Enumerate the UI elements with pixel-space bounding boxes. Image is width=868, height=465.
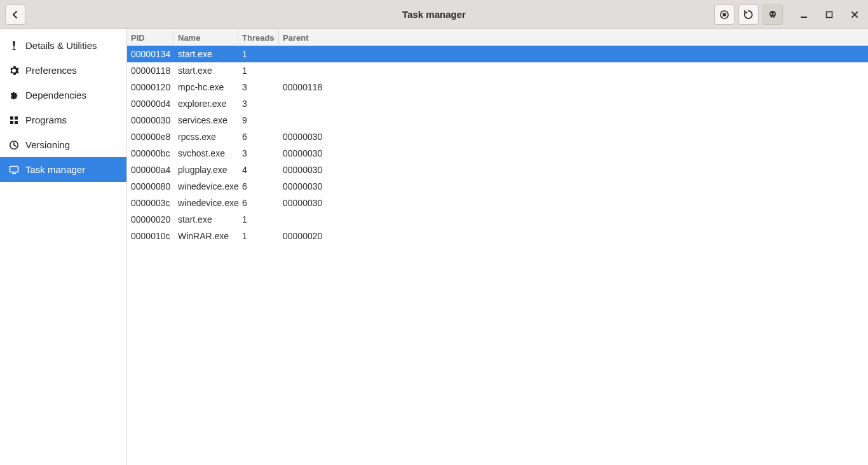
cell-threads: 1 [238, 66, 279, 76]
sidebar-item-label: Details & Utilities [25, 40, 97, 51]
sidebar-item-task-manager[interactable]: Task manager [0, 157, 126, 182]
cell-threads: 3 [238, 148, 279, 158]
titlebar: Task manager [0, 0, 868, 29]
sidebar-item-dependencies[interactable]: Dependencies [0, 83, 126, 108]
cell-pid: 00000080 [127, 181, 174, 191]
table-row[interactable]: 00000030services.exe9 [127, 112, 868, 128]
cell-threads: 9 [238, 115, 279, 125]
minimize-button[interactable] [796, 6, 812, 23]
sidebar-item-label: Preferences [25, 65, 77, 76]
main-content: PID Name Threads Parent 00000134start.ex… [127, 29, 868, 465]
cell-pid: 00000030 [127, 115, 174, 125]
svg-rect-6 [10, 116, 13, 120]
cell-pid: 000000e8 [127, 132, 174, 142]
cell-threads: 1 [238, 231, 279, 241]
kill-process-button[interactable] [763, 4, 783, 25]
svg-rect-7 [15, 116, 18, 120]
stop-button[interactable] [714, 4, 735, 25]
cell-name: rpcss.exe [174, 132, 238, 142]
cell-pid: 000000a4 [127, 165, 174, 175]
cell-name: plugplay.exe [174, 165, 238, 175]
arrow-left-icon [10, 10, 20, 20]
maximize-button[interactable] [821, 6, 837, 23]
refresh-button[interactable] [738, 4, 759, 25]
sidebar-item-preferences[interactable]: Preferences [0, 58, 126, 83]
svg-rect-5 [827, 11, 832, 17]
cell-name: start.exe [174, 214, 238, 225]
cell-pid: 000000bc [127, 148, 174, 158]
sidebar-item-programs[interactable]: Programs [0, 108, 126, 132]
cell-pid: 00000118 [127, 66, 174, 76]
cell-parent: 00000030 [279, 132, 868, 142]
cell-pid: 00000020 [127, 214, 174, 225]
cell-parent: 00000030 [279, 165, 868, 175]
svg-rect-12 [12, 173, 16, 174]
cell-threads: 3 [238, 99, 279, 109]
sidebar-item-label: Dependencies [25, 90, 86, 101]
table-row[interactable]: 00000020start.exe1 [127, 211, 868, 228]
sidebar-item-details[interactable]: Details & Utilities [0, 33, 126, 58]
gear-icon [8, 66, 20, 76]
cell-name: start.exe [174, 49, 238, 59]
col-header-name[interactable]: Name [174, 31, 238, 45]
cell-parent: 00000118 [279, 82, 868, 92]
refresh-icon [743, 10, 754, 20]
table-row[interactable]: 000000d4explorer.exe3 [127, 95, 868, 112]
wine-icon [8, 41, 20, 51]
close-button[interactable] [846, 6, 863, 23]
cell-parent: 00000020 [279, 231, 868, 241]
cell-threads: 6 [238, 181, 279, 191]
monitor-icon [8, 165, 20, 175]
cell-pid: 00000120 [127, 82, 174, 92]
cell-parent: 00000030 [279, 148, 868, 158]
cell-name: svchost.exe [174, 148, 238, 158]
table-row[interactable]: 00000120mpc-hc.exe300000118 [127, 79, 868, 95]
cell-threads: 1 [238, 214, 279, 225]
table-row[interactable]: 000000bcsvchost.exe300000030 [127, 145, 868, 162]
sidebar-item-label: Programs [25, 115, 67, 125]
svg-point-2 [771, 13, 772, 14]
svg-rect-8 [10, 121, 13, 124]
svg-rect-4 [801, 17, 807, 18]
close-icon [851, 11, 858, 18]
stop-icon [719, 10, 729, 20]
table-header: PID Name Threads Parent [127, 31, 868, 46]
cell-pid: 000000d4 [127, 99, 174, 109]
cell-pid: 0000003c [127, 198, 174, 208]
maximize-icon [825, 11, 833, 18]
col-header-parent[interactable]: Parent [279, 31, 868, 45]
table-row[interactable]: 00000134start.exe1 [127, 46, 868, 62]
sidebar: Details & Utilities Preferences Dependen… [0, 29, 127, 465]
cell-name: winedevice.exe [174, 198, 238, 208]
table-row[interactable]: 000000e8rpcss.exe600000030 [127, 128, 868, 145]
cell-threads: 6 [238, 198, 279, 208]
cell-name: start.exe [174, 66, 238, 76]
svg-rect-1 [723, 13, 726, 16]
table-row[interactable]: 000000a4plugplay.exe400000030 [127, 162, 868, 178]
cell-threads: 3 [238, 82, 279, 92]
sidebar-item-label: Versioning [25, 139, 70, 150]
col-header-threads[interactable]: Threads [238, 31, 279, 45]
body: Details & Utilities Preferences Dependen… [0, 29, 868, 465]
minimize-icon [800, 11, 808, 18]
table-row[interactable]: 00000118start.exe1 [127, 62, 868, 79]
cell-threads: 1 [238, 49, 279, 59]
table-body: 00000134start.exe100000118start.exe10000… [127, 46, 868, 465]
col-header-pid[interactable]: PID [127, 31, 174, 45]
cell-name: services.exe [174, 115, 238, 125]
table-row[interactable]: 00000080winedevice.exe600000030 [127, 178, 868, 195]
sidebar-item-versioning[interactable]: Versioning [0, 132, 126, 157]
cell-parent: 00000030 [279, 181, 868, 191]
cell-threads: 6 [238, 132, 279, 142]
cell-name: winedevice.exe [174, 181, 238, 191]
sidebar-item-label: Task manager [25, 164, 85, 175]
table-row[interactable]: 0000010cWinRAR.exe100000020 [127, 228, 868, 244]
svg-rect-9 [15, 121, 18, 124]
cell-pid: 00000134 [127, 49, 174, 59]
table-row[interactable]: 0000003cwinedevice.exe600000030 [127, 195, 868, 211]
skull-icon [768, 10, 778, 20]
cell-pid: 0000010c [127, 231, 174, 241]
programs-icon [8, 115, 20, 125]
clock-icon [8, 140, 20, 150]
back-button[interactable] [5, 4, 25, 25]
